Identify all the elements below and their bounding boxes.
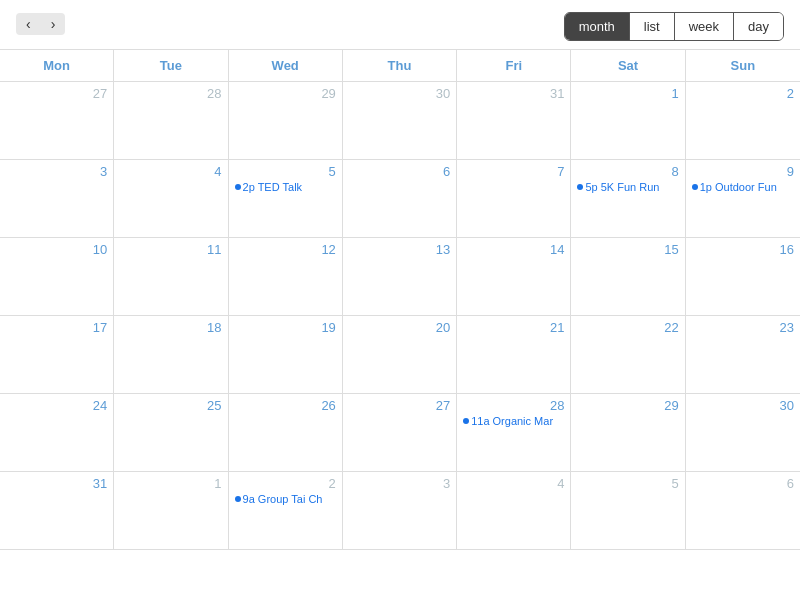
calendar-event[interactable]: 9a Group Tai Ch <box>235 493 336 505</box>
view-btn-day[interactable]: day <box>734 13 783 40</box>
event-label: 9a Group Tai Ch <box>243 493 323 505</box>
calendar-cell[interactable]: 15 <box>571 238 685 316</box>
calendar-cell[interactable]: 2811a Organic Mar <box>457 394 571 472</box>
calendar-cell[interactable]: 30 <box>686 394 800 472</box>
day-number: 28 <box>120 86 221 101</box>
day-number: 18 <box>120 320 221 335</box>
day-number: 24 <box>6 398 107 413</box>
calendar-cell[interactable]: 5 <box>571 472 685 550</box>
day-header-sat: Sat <box>571 50 685 81</box>
calendar-cell[interactable]: 29 <box>229 82 343 160</box>
calendar-event[interactable]: 11a Organic Mar <box>463 415 564 427</box>
calendar-cell[interactable]: 4 <box>114 160 228 238</box>
next-button[interactable]: › <box>41 13 66 35</box>
calendar-cell[interactable]: 18 <box>114 316 228 394</box>
calendar-cell[interactable]: 52p TED Talk <box>229 160 343 238</box>
day-header-wed: Wed <box>229 50 343 81</box>
day-number: 6 <box>349 164 450 179</box>
calendar-cell[interactable]: 11 <box>114 238 228 316</box>
day-number: 4 <box>463 476 564 491</box>
view-btn-list[interactable]: list <box>630 13 675 40</box>
day-number: 28 <box>463 398 564 413</box>
day-header-sun: Sun <box>686 50 800 81</box>
day-number: 19 <box>235 320 336 335</box>
calendar-cell[interactable]: 17 <box>0 316 114 394</box>
day-number: 27 <box>349 398 450 413</box>
day-number: 5 <box>577 476 678 491</box>
day-number: 7 <box>463 164 564 179</box>
calendar-cell[interactable]: 22 <box>571 316 685 394</box>
event-label: 5p 5K Fun Run <box>585 181 659 193</box>
event-dot-icon <box>235 496 241 502</box>
calendar-cell[interactable]: 16 <box>686 238 800 316</box>
day-number: 25 <box>120 398 221 413</box>
day-number: 30 <box>349 86 450 101</box>
calendar-cell[interactable]: 1 <box>114 472 228 550</box>
day-number: 16 <box>692 242 794 257</box>
day-number: 29 <box>577 398 678 413</box>
event-label: 11a Organic Mar <box>471 415 553 427</box>
calendar-cell[interactable]: 91p Outdoor Fun <box>686 160 800 238</box>
nav-buttons: ‹ › <box>16 13 65 35</box>
calendar-cell[interactable]: 29a Group Tai Ch <box>229 472 343 550</box>
day-header-fri: Fri <box>457 50 571 81</box>
calendar-cell[interactable]: 7 <box>457 160 571 238</box>
day-header-thu: Thu <box>343 50 457 81</box>
calendar-cell[interactable]: 28 <box>114 82 228 160</box>
calendar-cell[interactable]: 27 <box>343 394 457 472</box>
calendar-cell[interactable]: 23 <box>686 316 800 394</box>
calendar-cell[interactable]: 19 <box>229 316 343 394</box>
calendar-cell[interactable]: 85p 5K Fun Run <box>571 160 685 238</box>
calendar-header: ‹ › monthlistweekday <box>0 0 800 49</box>
day-number: 26 <box>235 398 336 413</box>
day-number: 17 <box>6 320 107 335</box>
calendar-cell[interactable]: 13 <box>343 238 457 316</box>
calendar-cell[interactable]: 24 <box>0 394 114 472</box>
day-number: 29 <box>235 86 336 101</box>
event-label: 2p TED Talk <box>243 181 303 193</box>
calendar-cell[interactable]: 3 <box>0 160 114 238</box>
calendar-event[interactable]: 5p 5K Fun Run <box>577 181 678 193</box>
calendar-cell[interactable]: 25 <box>114 394 228 472</box>
calendar-cell[interactable]: 31 <box>0 472 114 550</box>
calendar-cell[interactable]: 10 <box>0 238 114 316</box>
day-number: 1 <box>120 476 221 491</box>
view-btn-month[interactable]: month <box>565 13 630 40</box>
day-header-mon: Mon <box>0 50 114 81</box>
day-number: 23 <box>692 320 794 335</box>
calendar-cell[interactable]: 2 <box>686 82 800 160</box>
event-dot-icon <box>463 418 469 424</box>
day-number: 11 <box>120 242 221 257</box>
calendar-cell[interactable]: 14 <box>457 238 571 316</box>
calendar-cell[interactable]: 6 <box>686 472 800 550</box>
prev-button[interactable]: ‹ <box>16 13 41 35</box>
calendar-cell[interactable]: 12 <box>229 238 343 316</box>
calendar-cell[interactable]: 29 <box>571 394 685 472</box>
calendar-cell[interactable]: 30 <box>343 82 457 160</box>
event-label: 1p Outdoor Fun <box>700 181 777 193</box>
day-number: 5 <box>235 164 336 179</box>
calendar-cell[interactable]: 1 <box>571 82 685 160</box>
day-number: 8 <box>577 164 678 179</box>
calendar-cell[interactable]: 31 <box>457 82 571 160</box>
calendar-event[interactable]: 1p Outdoor Fun <box>692 181 794 193</box>
day-number: 30 <box>692 398 794 413</box>
calendar-cell[interactable]: 6 <box>343 160 457 238</box>
calendar-cell[interactable]: 27 <box>0 82 114 160</box>
calendar-header-row: MonTueWedThuFriSatSun <box>0 50 800 82</box>
event-dot-icon <box>692 184 698 190</box>
day-number: 4 <box>120 164 221 179</box>
day-number: 13 <box>349 242 450 257</box>
day-number: 2 <box>235 476 336 491</box>
calendar-cell[interactable]: 21 <box>457 316 571 394</box>
day-number: 3 <box>6 164 107 179</box>
calendar-cell[interactable]: 26 <box>229 394 343 472</box>
calendar-cell[interactable]: 20 <box>343 316 457 394</box>
event-dot-icon <box>235 184 241 190</box>
calendar-event[interactable]: 2p TED Talk <box>235 181 336 193</box>
calendar-cell[interactable]: 3 <box>343 472 457 550</box>
view-btn-week[interactable]: week <box>675 13 734 40</box>
day-number: 14 <box>463 242 564 257</box>
calendar-cell[interactable]: 4 <box>457 472 571 550</box>
day-number: 12 <box>235 242 336 257</box>
